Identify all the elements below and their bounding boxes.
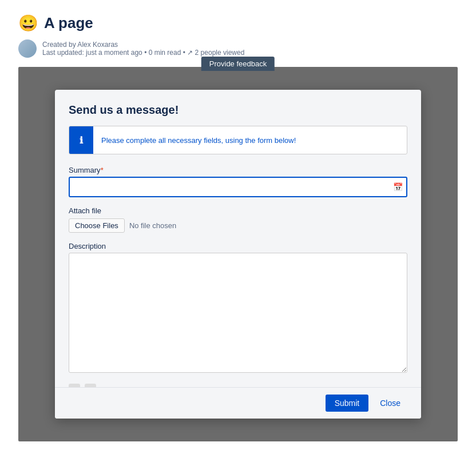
avatar-image <box>18 39 37 58</box>
avatar <box>18 39 37 58</box>
info-icon: ℹ <box>69 126 93 154</box>
description-textarea[interactable] <box>69 253 407 373</box>
submit-button[interactable]: Submit <box>326 395 369 412</box>
bottom-icons-row: ≡ ? <box>69 384 407 387</box>
last-updated-label: Last updated: just a moment ago • 0 min … <box>42 49 244 57</box>
provide-feedback-tab[interactable]: Provide feedback <box>201 57 275 71</box>
required-star: * <box>101 166 104 174</box>
overlay: Provide feedback Send us a message! ℹ Pl… <box>18 67 458 441</box>
bottom-icon-2[interactable]: ? <box>85 384 96 387</box>
modal-dialog: Send us a message! ℹ Please complete all… <box>55 90 421 419</box>
modal-footer: Submit Close <box>55 387 421 419</box>
description-label: Description <box>69 242 407 250</box>
info-banner-text: Please complete all necessary fields, us… <box>93 130 304 150</box>
page-meta-row: Created by Alex Koxaras Last updated: ju… <box>18 39 458 58</box>
page-emoji: 😀 <box>18 14 38 33</box>
info-banner: ℹ Please complete all necessary fields, … <box>69 126 407 154</box>
file-input-row: Choose Files No file chosen <box>69 218 407 233</box>
modal-title: Send us a message! <box>69 103 407 117</box>
summary-label: Summary* <box>69 166 407 174</box>
modal-scrollable-content: Send us a message! ℹ Please complete all… <box>55 90 421 387</box>
choose-files-button[interactable]: Choose Files <box>69 218 125 233</box>
description-field-group: Description <box>69 242 407 375</box>
calendar-icon: 📅 <box>393 182 403 192</box>
summary-field-group: Summary* 📅 <box>69 166 407 197</box>
page-title: A page <box>44 14 93 32</box>
attach-file-group: Attach file Choose Files No file chosen <box>69 206 407 233</box>
summary-input[interactable] <box>69 177 407 197</box>
summary-input-wrapper: 📅 <box>69 177 407 197</box>
page-meta-text: Created by Alex Koxaras Last updated: ju… <box>42 41 244 57</box>
attach-file-label: Attach file <box>69 206 407 215</box>
no-file-chosen-text: No file chosen <box>129 221 176 230</box>
views-icon: ↗ <box>187 49 193 57</box>
page-title-row: 😀 A page <box>18 14 458 33</box>
bottom-icon-1[interactable]: ≡ <box>69 384 80 387</box>
close-button[interactable]: Close <box>373 395 407 412</box>
created-by-label: Created by Alex Koxaras <box>42 41 244 49</box>
